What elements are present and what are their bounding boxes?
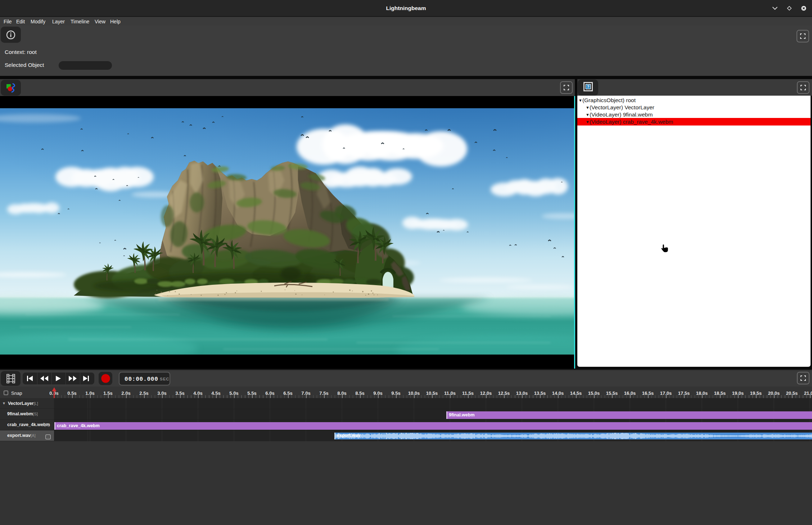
svg-text:?: ? [587, 85, 590, 89]
